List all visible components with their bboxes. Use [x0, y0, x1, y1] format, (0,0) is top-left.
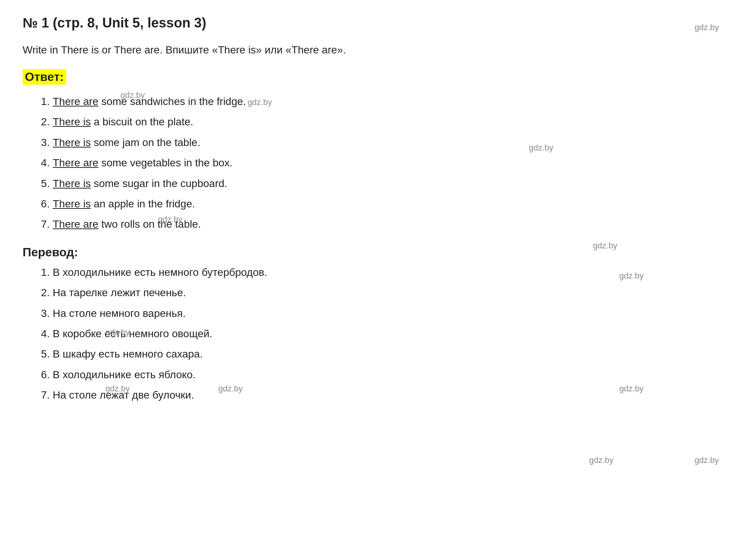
- watermark-9: gdz.by: [218, 384, 243, 394]
- answer-phrase: There is: [53, 178, 91, 189]
- answer-label: Ответ:: [23, 69, 66, 85]
- watermark-10: gdz.by: [619, 384, 644, 394]
- sentence-rest: two rolls on the table.: [98, 218, 201, 230]
- watermark-8: gdz.by: [105, 384, 130, 394]
- answer-phrase: There are: [53, 157, 98, 169]
- english-answer-list: There are some sandwiches in the fridge.…: [23, 92, 726, 234]
- watermark-2: gdz.by: [120, 90, 145, 100]
- russian-list-item: На столе немного варенья.: [53, 304, 726, 323]
- answer-phrase: There is: [53, 137, 91, 148]
- instruction-text: Write in There is or There are. Впишите …: [23, 42, 726, 58]
- translation-label: Перевод:: [23, 245, 726, 259]
- russian-list-item: В холодильнике есть яблоко.: [53, 365, 726, 384]
- sentence-rest: some sugar in the cupboard.: [91, 178, 227, 189]
- sentence-rest: an apple in the fridge.: [91, 198, 195, 210]
- english-list-item: There are some sandwiches in the fridge.…: [53, 92, 726, 111]
- watermark-4: gdz.by: [158, 215, 183, 224]
- sentence-rest: some vegetables in the box.: [98, 157, 232, 169]
- answer-phrase: There are: [53, 218, 98, 230]
- watermark-3: gdz.by: [529, 143, 553, 153]
- english-list-item: There is a biscuit on the plate.: [53, 113, 726, 131]
- watermark-11: gdz.by: [589, 455, 614, 465]
- answer-phrase: There are: [53, 96, 98, 107]
- sentence-rest: a biscuit on the plate.: [91, 116, 193, 128]
- watermark-1: gdz.by: [694, 23, 719, 32]
- answer-phrase: There is: [53, 116, 91, 128]
- watermark-12: gdz.by: [694, 455, 719, 465]
- english-list-item: There is some sugar in the cupboard.: [53, 174, 726, 193]
- watermark-7: gdz.by: [105, 327, 130, 337]
- english-list-item: There are some vegetables in the box.: [53, 154, 726, 172]
- page-title: № 1 (стр. 8, Unit 5, lesson 3): [23, 15, 726, 31]
- russian-list-item: В шкафу есть немного сахара.: [53, 345, 726, 364]
- sentence-rest: some jam on the table.: [91, 137, 200, 148]
- english-list-item: There are two rolls on the table.: [53, 215, 726, 234]
- watermark-6: gdz.by: [619, 271, 644, 281]
- english-list-item: There is an apple in the fridge.: [53, 195, 726, 213]
- answer-phrase: There is: [53, 198, 91, 210]
- watermark-5: gdz.by: [593, 241, 617, 251]
- english-list-item: There is some jam on the table.: [53, 133, 726, 152]
- russian-list-item: На тарелке лежит печенье.: [53, 283, 726, 302]
- russian-list-item: В коробке есть немного овощей.: [53, 324, 726, 343]
